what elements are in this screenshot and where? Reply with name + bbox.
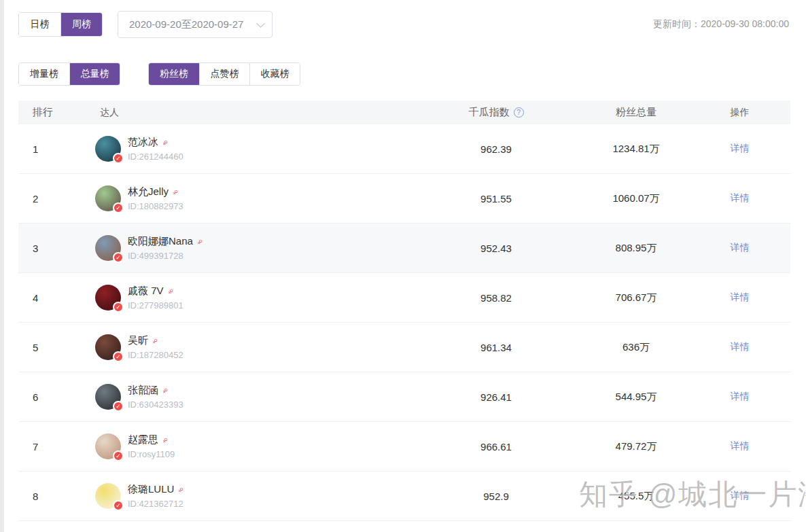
filter-tab[interactable]: 周榜 [60, 13, 102, 36]
talent-info: 徐璐LULU ♀ ID:421362712 [128, 483, 186, 509]
talent-id: ID:499391728 [128, 251, 204, 261]
update-time-label: 更新时间：2020-09-30 08:00:00 [653, 18, 789, 31]
talent-name[interactable]: 赵露思 [128, 433, 158, 446]
rank-number: 5 [18, 342, 83, 353]
talent-info: 欧阳娜娜Nana ♀ ID:499391728 [128, 235, 204, 261]
talent-name-row: 张韶涵 ♀ [128, 384, 183, 397]
talent-name[interactable]: 范冰冰 [128, 136, 158, 149]
detail-link[interactable]: 详情 [731, 490, 750, 501]
action-cell: 详情 [716, 440, 790, 453]
filter-tab[interactable]: 增量榜 [19, 63, 69, 85]
talent-id: ID:180882973 [128, 201, 183, 211]
fans-total-value: 544.95万 [556, 391, 716, 404]
action-cell: 详情 [716, 391, 790, 403]
table-row: 3 ✓ 欧阳娜娜Nana ♀ ID:499391728 952.43 808.9… [18, 224, 790, 273]
detail-link[interactable]: 详情 [731, 341, 750, 352]
header-rank: 排行 [18, 106, 83, 119]
talent-cell: ✓ 范冰冰 ♀ ID:261244460 [83, 136, 436, 162]
detail-link[interactable]: 详情 [731, 143, 750, 154]
talent-name[interactable]: 林允Jelly [128, 185, 169, 198]
female-icon: ♀ [164, 285, 177, 298]
detail-link[interactable]: 详情 [731, 192, 750, 203]
header-fans: 粉丝总量 [556, 106, 716, 119]
action-cell: 详情 [716, 341, 790, 353]
female-icon: ♀ [175, 483, 188, 496]
female-icon: ♀ [159, 433, 172, 446]
filter-tab[interactable]: 点赞榜 [199, 63, 249, 85]
female-icon: ♀ [159, 384, 172, 397]
fans-total-value: 706.67万 [556, 291, 716, 304]
talent-name[interactable]: 吴昕 [128, 334, 148, 347]
action-cell: 详情 [716, 242, 790, 254]
action-cell: 详情 [716, 490, 790, 502]
verified-badge-icon: ✓ [113, 500, 124, 511]
avatar-wrap: ✓ [95, 136, 121, 162]
table-row: 7 ✓ 赵露思 ♀ ID:rosy1109 966.61 479.72万 详情 [18, 422, 790, 472]
talent-info: 赵露思 ♀ ID:rosy1109 [128, 433, 175, 459]
detail-link[interactable]: 详情 [731, 391, 750, 402]
filter-tab[interactable]: 收藏榜 [249, 63, 300, 85]
talent-info: 林允Jelly ♀ ID:180882973 [128, 185, 183, 211]
ranking-page: 日榜周榜 2020-09-20至2020-09-27 更新时间：2020-09-… [0, 0, 806, 521]
talent-cell: ✓ 欧阳娜娜Nana ♀ ID:499391728 [83, 235, 436, 261]
qiangua-index-value: 952.43 [436, 243, 556, 254]
filter-tab[interactable]: 粉丝榜 [149, 63, 199, 85]
table-row: 1 ✓ 范冰冰 ♀ ID:261244460 962.39 1234.81万 详… [18, 124, 790, 174]
detail-link[interactable]: 详情 [731, 242, 750, 253]
filter-tab[interactable]: 日榜 [19, 13, 60, 36]
talent-name[interactable]: 张韶涵 [128, 384, 158, 397]
talent-name-row: 林允Jelly ♀ [128, 185, 183, 198]
table-row: 6 ✓ 张韶涵 ♀ ID:630423393 926.41 544.95万 详情 [18, 372, 790, 422]
talent-id: ID:277989801 [128, 300, 183, 311]
fans-total-value: 1060.07万 [556, 192, 716, 205]
qiangua-index-value: 966.61 [436, 441, 556, 453]
talent-cell: ✓ 林允Jelly ♀ ID:180882973 [83, 185, 436, 211]
qiangua-index-value: 926.41 [436, 391, 556, 403]
talent-id: ID:630423393 [128, 400, 183, 410]
ranking-table: 排行 达人 千瓜指数 ? 粉丝总量 操作 1 ✓ 范冰冰 ♀ ID:261244… [18, 101, 790, 521]
detail-link[interactable]: 详情 [731, 291, 750, 302]
talent-cell: ✓ 戚薇 7V ♀ ID:277989801 [83, 285, 436, 311]
verified-badge-icon: ✓ [113, 450, 124, 461]
verified-badge-icon: ✓ [113, 252, 124, 263]
female-icon: ♀ [149, 334, 162, 347]
rank-number: 1 [18, 143, 83, 155]
avatar-wrap: ✓ [95, 285, 121, 311]
detail-link[interactable]: 详情 [731, 440, 750, 451]
talent-cell: ✓ 赵露思 ♀ ID:rosy1109 [83, 433, 436, 459]
talent-info: 吴昕 ♀ ID:187280452 [128, 334, 183, 360]
avatar-wrap: ✓ [95, 433, 121, 459]
qiangua-index-value: 952.9 [436, 491, 556, 502]
talent-name-row: 范冰冰 ♀ [128, 136, 183, 149]
avatar-wrap: ✓ [95, 185, 121, 211]
date-range-select[interactable]: 2020-09-20至2020-09-27 [118, 11, 273, 38]
action-cell: 详情 [716, 192, 790, 205]
verified-badge-icon: ✓ [113, 351, 124, 362]
talent-info: 范冰冰 ♀ ID:261244460 [128, 136, 183, 162]
talent-name[interactable]: 欧阳娜娜Nana [128, 235, 193, 248]
talent-name[interactable]: 徐璐LULU [128, 483, 174, 496]
table-row: 8 ✓ 徐璐LULU ♀ ID:421362712 952.9 455.5万 详… [18, 472, 790, 521]
action-cell: 详情 [716, 143, 790, 155]
rank-number: 6 [18, 391, 83, 403]
qiangua-index-value: 962.39 [436, 143, 556, 155]
filter-tab[interactable]: 总量榜 [69, 63, 120, 85]
talent-cell: ✓ 张韶涵 ♀ ID:630423393 [83, 384, 436, 410]
talent-info: 戚薇 7V ♀ ID:277989801 [128, 285, 183, 311]
qiangua-index-value: 961.34 [436, 342, 556, 353]
rank-number: 3 [18, 243, 83, 254]
rank-number: 2 [18, 193, 83, 205]
table-header-row: 排行 达人 千瓜指数 ? 粉丝总量 操作 [18, 101, 790, 124]
talent-name-row: 徐璐LULU ♀ [128, 483, 186, 496]
header-talent: 达人 [83, 107, 436, 119]
talent-id: ID:421362712 [128, 499, 186, 509]
talent-name-row: 欧阳娜娜Nana ♀ [128, 235, 204, 248]
avatar-wrap: ✓ [95, 384, 121, 410]
help-icon[interactable]: ? [514, 107, 524, 118]
talent-cell: ✓ 徐璐LULU ♀ ID:421362712 [83, 483, 436, 509]
talent-name[interactable]: 戚薇 7V [128, 285, 164, 298]
talent-name-row: 赵露思 ♀ [128, 433, 175, 446]
talent-id: ID:261244460 [128, 152, 183, 162]
avatar-wrap: ✓ [95, 334, 121, 360]
talent-id: ID:rosy1109 [128, 449, 175, 459]
